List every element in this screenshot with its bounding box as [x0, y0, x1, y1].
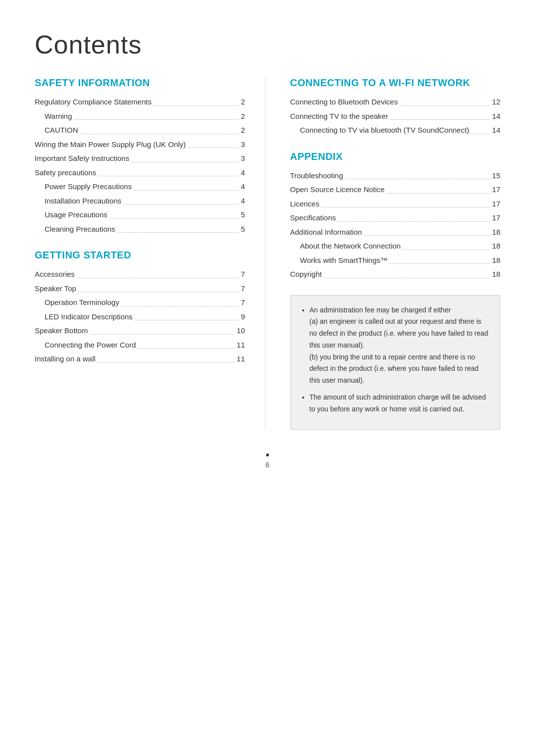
toc-page: 7: [241, 269, 245, 280]
toc-item: Warning 2: [35, 111, 245, 122]
toc-page: 3: [241, 139, 245, 151]
toc-label: About the Network Connection: [300, 241, 401, 252]
toc-label: Regulatory Compliance Statements: [35, 97, 152, 108]
toc-item: Regulatory Compliance Statements 2: [35, 97, 245, 108]
toc-item: Specifications 17: [290, 212, 501, 224]
toc-item: Power Supply Precautions 4: [35, 181, 245, 193]
toc-page: 9: [241, 311, 245, 323]
toc-page: 3: [241, 153, 245, 164]
toc-page: 7: [241, 283, 245, 295]
toc-dots: [98, 167, 239, 177]
toc-page: 10: [237, 325, 245, 337]
section-heading-0: CONNECTING TO A WI-FI NETWORK: [290, 77, 501, 89]
section-heading-1: GETTING STARTED: [35, 250, 245, 261]
toc-page: 2: [241, 97, 245, 108]
toc-label: Connecting TV to the speaker: [290, 111, 388, 122]
toc-dots: [131, 153, 239, 162]
toc-dots: [364, 227, 490, 236]
toc-dots: [98, 353, 235, 363]
toc-dots: [138, 340, 235, 349]
notice-item: An administration fee may be charged if …: [310, 304, 490, 387]
footer-page-number: 6: [35, 460, 500, 469]
toc-item: Operation Terminology 7: [35, 297, 245, 308]
toc-item: Additional Information 18: [290, 227, 501, 238]
toc-item: Speaker Bottom 10: [35, 325, 245, 337]
toc-dots: [117, 224, 239, 233]
toc-page: 18: [492, 269, 500, 280]
toc-label: Warning: [45, 111, 72, 122]
toc-label: CAUTION: [45, 125, 78, 136]
toc-dots: [154, 97, 239, 106]
toc-item: Connecting to TV via bluetooth (TV Sound…: [290, 125, 501, 136]
toc-item: Works with SmartThings™ 18: [290, 255, 501, 266]
toc-label: Additional Information: [290, 227, 362, 238]
toc-label: LED Indicator Descriptions: [45, 311, 133, 323]
toc-label: Accessories: [35, 269, 75, 280]
toc-page: 7: [241, 297, 245, 308]
toc-dots: [386, 184, 490, 194]
toc-item: Important Safety Instructions 3: [35, 153, 245, 164]
toc-dots: [188, 139, 239, 149]
toc-label: Operation Terminology: [45, 297, 119, 308]
toc-page: 15: [492, 170, 500, 182]
toc-item: Connecting the Power Cord 11: [35, 340, 245, 351]
toc-item: About the Network Connection 18: [290, 241, 501, 252]
toc-dots: [78, 283, 239, 293]
toc-item: LED Indicator Descriptions 9: [35, 311, 245, 323]
page-footer: • 6: [35, 450, 500, 469]
page-title: Contents: [35, 30, 500, 59]
toc-label: Power Supply Precautions: [45, 181, 132, 193]
toc-item: Licences 17: [290, 199, 501, 210]
toc-label: Usage Precautions: [45, 209, 107, 221]
toc-page: 18: [492, 241, 500, 252]
toc-dots: [80, 125, 239, 134]
toc-page: 5: [241, 209, 245, 221]
toc-item: CAUTION 2: [35, 125, 245, 136]
toc-dots: [403, 241, 490, 250]
toc-page: 17: [492, 199, 500, 210]
toc-dots: [390, 111, 490, 120]
toc-dots: [400, 97, 490, 106]
toc-label: Copyright: [290, 269, 322, 280]
toc-page: 4: [241, 196, 245, 207]
toc-page: 18: [492, 255, 500, 266]
toc-dots: [123, 196, 239, 205]
toc-dots: [324, 269, 490, 278]
toc-label: Safety precautions: [35, 167, 96, 179]
toc-label: Troubleshooting: [290, 170, 343, 182]
toc-item: Usage Precautions 5: [35, 209, 245, 221]
toc-label: Cleaning Precautions: [45, 224, 115, 235]
toc-dots: [109, 209, 239, 219]
toc-item: Accessories 7: [35, 269, 245, 280]
toc-item: Wiring the Main Power Supply Plug (UK On…: [35, 139, 245, 151]
toc-label: Installing on a wall: [35, 353, 96, 365]
notice-box: An administration fee may be charged if …: [290, 295, 501, 430]
toc-item: Cleaning Precautions 5: [35, 224, 245, 235]
toc-label: Works with SmartThings™: [300, 255, 388, 266]
toc-label: Connecting to Bluetooth Devices: [290, 97, 398, 108]
toc-label: Connecting to TV via bluetooth (TV Sound…: [300, 125, 450, 136]
toc-item: Connecting to Bluetooth Devices 12: [290, 97, 501, 108]
toc-dots: [321, 199, 490, 208]
toc-page: 12: [492, 97, 500, 108]
toc-dots: [338, 212, 490, 222]
toc-page: 2: [241, 125, 245, 136]
toc-label: Important Safety Instructions: [35, 153, 129, 164]
toc-label: Open Source Licence Notice: [290, 184, 385, 196]
toc-item: Copyright 18: [290, 269, 501, 280]
toc-page: 14: [492, 111, 500, 122]
toc-dots: [121, 297, 239, 306]
toc-page: 4: [241, 167, 245, 179]
toc-item: Installing on a wall 11: [35, 353, 245, 365]
toc-dots: [134, 181, 239, 191]
toc-label: Wiring the Main Power Supply Plug (UK On…: [35, 139, 186, 151]
toc-item: Installation Precautions 4: [35, 196, 245, 207]
toc-label: Specifications: [290, 212, 336, 224]
toc-dots: [74, 111, 239, 120]
toc-label: Speaker Top: [35, 283, 76, 295]
toc-page: 11: [237, 340, 245, 351]
toc-item: Speaker Top 7: [35, 283, 245, 295]
toc-dots: [452, 125, 490, 134]
section-heading-1: APPENDIX: [290, 151, 501, 162]
toc-label: Speaker Bottom: [35, 325, 88, 337]
